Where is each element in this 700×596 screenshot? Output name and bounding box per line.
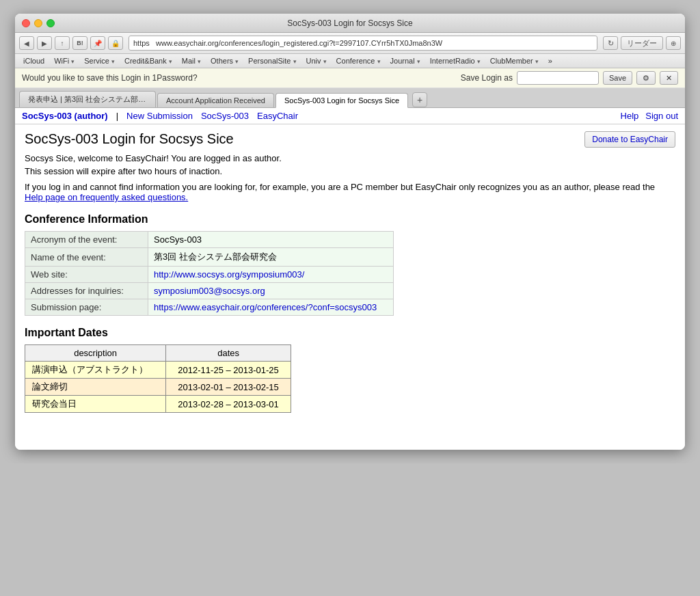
socsys003-link[interactable]: SocSys-003 <box>201 111 249 121</box>
browser-toolbar: ◀ ▶ ↑ B! 📌 🔒 ↻ リーダー ⊕ <box>15 33 685 54</box>
ec-header: SocSys-003 (author) | New Submission Soc… <box>15 108 685 124</box>
save-button[interactable]: Save <box>603 71 632 85</box>
conf-info-heading: Conference Information <box>25 213 675 226</box>
lock-icon: 🔒 <box>108 36 123 50</box>
bookmark-button[interactable]: B! <box>72 36 88 50</box>
ec-nav-links: SocSys-003 (author) | New Submission Soc… <box>22 111 298 121</box>
conf-info-label: Acronym of the event: <box>25 232 148 248</box>
bookmark-icloud[interactable]: iCloud <box>19 56 49 66</box>
refresh-button[interactable]: ↻ <box>603 36 618 50</box>
conf-info-value: symposium003@socsys.org <box>148 283 394 299</box>
dates-value: 2013-02-28 – 2013-03-01 <box>166 396 291 413</box>
bookmark-conference[interactable]: Conference ▾ <box>332 56 385 66</box>
ec-actions: Help Sign out <box>621 111 678 121</box>
conf-info-label: Web site: <box>25 267 148 283</box>
new-tab-button[interactable]: + <box>412 92 427 107</box>
bookmark-univ[interactable]: Univ ▾ <box>302 56 331 66</box>
easychair-link[interactable]: EasyChair <box>257 111 298 121</box>
dates-col-dates: dates <box>166 345 291 362</box>
window-title: SocSys-003 Login for Socsys Sice <box>287 18 412 28</box>
donate-button[interactable]: Donate to EasyChair <box>584 131 675 148</box>
conf-info-label: Addresses for inquiries: <box>25 283 148 299</box>
conf-info-value: https://www.easychair.org/conferences/?c… <box>148 299 394 316</box>
info-text: If you log in and cannot find informatio… <box>25 182 675 202</box>
dates-value: 2013-02-01 – 2013-02-15 <box>166 379 291 396</box>
gear-button[interactable]: ⚙ <box>636 71 656 85</box>
conf-info-label: Submission page: <box>25 299 148 316</box>
tabs-bar: 発表申込 | 第3回 社会システム部会研究会 Account Applicati… <box>15 88 685 108</box>
page-content: SocSys-003 (author) | New Submission Soc… <box>15 108 685 450</box>
tab-account[interactable]: Account Application Received <box>157 93 274 107</box>
share-button[interactable]: ↑ <box>55 36 70 50</box>
bookmark-service[interactable]: Service ▾ <box>80 56 119 66</box>
dates-description: 研究会当日 <box>25 396 166 413</box>
bookmark-journal[interactable]: Journal ▾ <box>386 56 425 66</box>
conf-info-value: http://www.socsys.org/symposium003/ <box>148 267 394 283</box>
dates-row: 講演申込（アブストラクト）2012-11-25 – 2013-01-25 <box>25 362 291 379</box>
address-input[interactable] <box>129 36 597 51</box>
maximize-button[interactable] <box>46 19 55 27</box>
bookmark-mail[interactable]: Mail ▾ <box>178 56 205 66</box>
page-title: SocSys-003 Login for Socsys Sice <box>25 131 234 147</box>
close-button[interactable] <box>22 19 30 27</box>
page-title-row: SocSys-003 Login for Socsys Sice Donate … <box>25 131 675 148</box>
session-text: This session will expire after two hours… <box>25 166 675 176</box>
new-submission-link[interactable]: New Submission <box>126 111 193 121</box>
pin-button[interactable]: 📌 <box>90 36 105 50</box>
dates-heading: Important Dates <box>25 327 675 339</box>
conf-info-value: 第3回 社会システム部会研究会 <box>148 248 394 267</box>
bookmark-credit[interactable]: Credit&Bank ▾ <box>120 56 176 66</box>
reader-button[interactable]: リーダー <box>621 36 663 50</box>
conf-info-link[interactable]: http://www.socsys.org/symposium003/ <box>154 269 304 280</box>
dates-row: 研究会当日2013-02-28 – 2013-03-01 <box>25 396 291 413</box>
traffic-lights <box>22 19 55 27</box>
dates-col-description: description <box>25 345 166 362</box>
save-login-area: Save Login as Save ⚙ ✕ <box>461 71 678 85</box>
dates-table: description dates 講演申込（アブストラクト）2012-11-2… <box>25 344 291 413</box>
conf-info-link[interactable]: symposium003@socsys.org <box>154 286 265 296</box>
password-prompt: Would you like to save this Login in 1Pa… <box>22 73 198 83</box>
conf-info-label: Name of the event: <box>25 248 148 267</box>
dates-value: 2012-11-25 – 2013-01-25 <box>166 362 291 379</box>
forward-button[interactable]: ▶ <box>37 36 52 50</box>
sign-out-link[interactable]: Sign out <box>645 111 678 121</box>
help-link[interactable]: Help <box>621 111 639 121</box>
conf-info-table: Acronym of the event:SocSys-003Name of t… <box>25 231 394 316</box>
titlebar: SocSys-003 Login for Socsys Sice <box>15 14 685 33</box>
save-login-input[interactable] <box>517 71 599 85</box>
bookmark-internetradio[interactable]: InternetRadio ▾ <box>426 56 485 66</box>
bookmark-more[interactable]: » <box>544 56 556 66</box>
tab-submission[interactable]: 発表申込 | 第3回 社会システム部会研究会 <box>19 91 156 107</box>
bookmarks-bar: iCloud WiFi ▾ Service ▾ Credit&Bank ▾ Ma… <box>15 54 685 68</box>
author-link[interactable]: SocSys-003 (author) <box>22 111 108 121</box>
back-button[interactable]: ◀ <box>19 36 34 50</box>
bookmark-others[interactable]: Others ▾ <box>206 56 243 66</box>
dates-description: 講演申込（アブストラクト） <box>25 362 166 379</box>
bookmark-personalsite[interactable]: PersonalSite ▾ <box>244 56 300 66</box>
bookmark-clubmember[interactable]: ClubMember ▾ <box>486 56 543 66</box>
ec-main: SocSys-003 Login for Socsys Sice Donate … <box>15 124 685 420</box>
bookmark-wifi[interactable]: WiFi ▾ <box>50 56 79 66</box>
tab-socsys-login[interactable]: SocSys-003 Login for Socsys Sice <box>275 93 408 108</box>
minimize-button[interactable] <box>34 19 42 27</box>
more-button[interactable]: ⊕ <box>666 36 681 50</box>
dates-description: 論文締切 <box>25 379 166 396</box>
nav-separator1: | <box>116 111 118 121</box>
conf-info-link[interactable]: https://www.easychair.org/conferences/?c… <box>154 302 377 312</box>
faq-link[interactable]: Help page on frequently asked questions. <box>25 192 188 202</box>
password-bar: Would you like to save this Login in 1Pa… <box>15 68 685 88</box>
password-close-button[interactable]: ✕ <box>660 71 678 85</box>
dates-row: 論文締切2013-02-01 – 2013-02-15 <box>25 379 291 396</box>
conf-info-value: SocSys-003 <box>148 232 394 248</box>
save-login-label: Save Login as <box>461 73 513 83</box>
welcome-line1: Socsys Sice, welcome to EasyChair! You a… <box>25 153 675 163</box>
